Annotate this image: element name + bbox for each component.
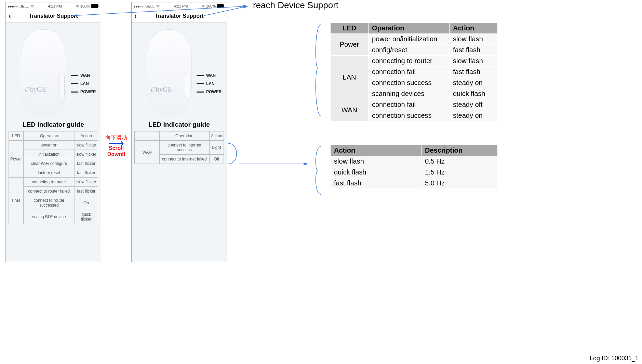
th-led: LED: [331, 23, 369, 34]
cell-act: fast flicker: [75, 168, 98, 178]
th-op: Operation: [369, 23, 450, 34]
th-led: [135, 131, 160, 141]
cell-act: Off: [209, 155, 224, 164]
th-act: Action: [75, 131, 98, 141]
bluetooth-icon: ✱: [202, 4, 205, 9]
device-illustration: 𝓒·byGE · · · WAN LAN POWER: [17, 29, 89, 115]
tiny-led-power: ·: [60, 89, 63, 91]
battery-icon: [217, 4, 225, 9]
phone-mock-1: BELL 4:21 PM ✱ 100% ‹ Translator Support…: [5, 2, 101, 262]
cell-led: WAN: [331, 99, 369, 121]
cell-act: steady on: [450, 110, 498, 121]
cell-op: connect to internet success: [160, 141, 210, 155]
cell-op: connection fail: [369, 67, 450, 78]
svg-rect-0: [91, 4, 98, 8]
cell-op: clear WiFi configure: [24, 159, 75, 168]
device-logo: 𝓒·byGE: [151, 86, 172, 94]
wifi-icon: [30, 4, 34, 9]
reference-action-table: Action Description slow flash 0.5 Hz qui…: [330, 145, 498, 189]
led-label-lan: LAN: [71, 81, 89, 86]
back-button[interactable]: ‹: [9, 12, 11, 20]
status-bar: BELL 4:21 PM ✱ 100%: [6, 2, 101, 10]
cell-op: connect to internet failed: [160, 155, 210, 164]
scroll-anno-en: Scroll DownII: [101, 145, 132, 157]
th-act: Action: [450, 23, 498, 34]
tiny-led-wan: ·: [60, 75, 63, 78]
cell-op: connect to router failed: [24, 187, 75, 196]
cell-op: connection fail: [369, 99, 450, 110]
led-label-power: POWER: [71, 89, 96, 94]
cell-op: connect to router successed: [24, 196, 75, 210]
cell-led: LAN: [331, 56, 369, 99]
cell-op: factory reset: [24, 168, 75, 178]
led-guide-heading: LED indicator guide: [134, 121, 224, 128]
cell-action: quick flash: [331, 167, 422, 178]
led-label-power: POWER: [197, 89, 222, 94]
cell-action: fast flash: [331, 178, 422, 189]
cell-op: power on: [24, 141, 75, 150]
cell-act: slow flicker: [75, 178, 98, 187]
cell-action: slow flash: [331, 156, 422, 167]
svg-rect-2: [217, 4, 224, 8]
page-title: Translator Support: [155, 13, 203, 19]
tiny-led-lan: ·: [60, 82, 63, 84]
led-table-phone1: LED Operation Action Power power on slow…: [9, 131, 98, 224]
cell-act: slow flicker: [75, 141, 98, 150]
battery-icon: [91, 4, 99, 9]
carrier-label: BELL: [145, 4, 155, 8]
cell-act: fast flash: [450, 67, 498, 78]
cell-act: fast flicker: [75, 187, 98, 196]
reference-led-table: LED Operation Action Power power on/init…: [330, 23, 498, 121]
cell-act: quick flash: [450, 88, 498, 99]
cell-act: fast flicker: [75, 159, 98, 168]
cell-op: initialization: [24, 150, 75, 159]
cell-op: conneting to router: [24, 178, 75, 187]
cell-op: power on/initialization: [369, 34, 450, 45]
th-op: Operation: [160, 131, 210, 141]
led-guide-heading: LED indicator guide: [9, 121, 98, 128]
led-table-phone2: Operation Action WAN connect to internet…: [134, 131, 224, 164]
signal-dots-icon: [134, 4, 144, 8]
device-logo: 𝓒·byGE: [25, 86, 46, 94]
th-act: Action: [209, 131, 224, 141]
cell-desc: 5.0 Hz: [422, 178, 498, 189]
led-label-wan: WAN: [197, 73, 216, 78]
cell-op: config/reset: [369, 45, 450, 56]
signal-dots-icon: [8, 4, 18, 8]
back-button[interactable]: ‹: [134, 12, 137, 20]
cell-act: slow flicker: [75, 150, 98, 159]
reach-device-support-label: reach Device Support: [253, 0, 338, 11]
svg-rect-1: [98, 5, 98, 7]
cell-act: Light: [209, 141, 224, 155]
page-title: Translator Support: [29, 13, 78, 19]
phone-mock-2: BELL 4:21 PM ✱ 100% ‹ Translator Support…: [131, 2, 227, 262]
cell-act: On: [75, 196, 98, 210]
cell-act: steady on: [450, 78, 498, 88]
title-bar: ‹ Translator Support: [6, 10, 101, 23]
cell-desc: 0.5 Hz: [422, 156, 498, 167]
led-label-wan: WAN: [71, 73, 90, 78]
cell-act: fast flash: [450, 45, 498, 56]
status-bar: BELL 4:21 PM ✱ 100%: [132, 2, 227, 10]
clock-label: 4:21 PM: [174, 4, 188, 8]
cell-act: slow flash: [450, 56, 498, 67]
cell-act: quick flicker: [75, 210, 98, 224]
bluetooth-icon: ✱: [76, 4, 79, 9]
cell-desc: 1.5 Hz: [422, 167, 498, 178]
scroll-annotation: 向下滑动 ⟶ Scroll DownII: [101, 135, 132, 157]
battery-pct: 100%: [80, 4, 90, 8]
battery-pct: 100%: [206, 4, 216, 8]
cell-act: steady off: [450, 99, 498, 110]
th-op: Operation: [24, 131, 75, 141]
cell-op: connection success: [369, 78, 450, 88]
th-action: Action: [331, 145, 422, 156]
carrier-label: BELL: [19, 4, 29, 8]
th-led: LED: [9, 131, 24, 141]
cell-act: slow flash: [450, 34, 498, 45]
cell-op: connecting to router: [369, 56, 450, 67]
cell-op: connection success: [369, 110, 450, 121]
device-illustration: 𝓒·byGE WAN LAN POWER: [143, 29, 215, 115]
log-id-label: Log ID: 100031_1: [590, 355, 639, 362]
arrow-right-icon: ⟶: [101, 142, 132, 145]
svg-rect-3: [224, 5, 224, 7]
